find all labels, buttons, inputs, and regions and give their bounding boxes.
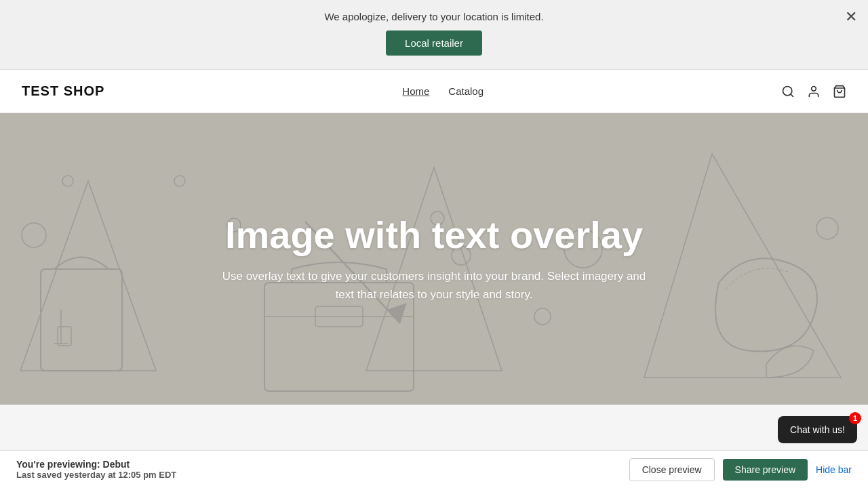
shop-logo: TEST SHOP	[22, 83, 104, 99]
close-preview-button[interactable]: Close preview	[629, 458, 715, 481]
svg-rect-4	[41, 269, 122, 371]
svg-point-9	[22, 223, 46, 247]
cart-button[interactable]	[833, 85, 846, 98]
chat-widget[interactable]: Chat with us! 1	[778, 416, 857, 443]
main-nav: Home Catalog	[402, 85, 484, 98]
chat-label: Chat with us!	[790, 424, 845, 435]
hide-bar-button[interactable]: Hide bar	[816, 464, 852, 475]
nav-item-home[interactable]: Home	[402, 85, 429, 98]
preview-info: You're previewing: Debut Last saved yest…	[16, 459, 629, 480]
search-button[interactable]	[781, 85, 795, 98]
cart-icon	[833, 85, 846, 98]
site-header: TEST SHOP Home Catalog	[0, 70, 868, 113]
announcement-text: We apologize, delivery to your location …	[14, 11, 854, 22]
chat-badge: 1	[849, 412, 861, 424]
user-button[interactable]	[807, 85, 821, 98]
user-icon	[807, 85, 821, 98]
svg-point-11	[174, 176, 185, 186]
header-icon-group	[781, 85, 846, 98]
svg-line-1	[791, 94, 793, 96]
svg-rect-7	[58, 327, 71, 346]
svg-point-24	[534, 308, 551, 325]
hero-section: Image with text overlay Use overlay text…	[0, 113, 868, 405]
preview-actions: Close preview Share preview Hide bar	[629, 458, 852, 481]
hero-title: Image with text overlay	[217, 214, 651, 256]
announcement-bar: We apologize, delivery to your location …	[0, 0, 868, 70]
theme-name: Debut	[103, 459, 130, 470]
nav-link-home[interactable]: Home	[402, 85, 429, 97]
hero-content: Image with text overlay Use overlay text…	[203, 214, 665, 304]
svg-point-10	[62, 176, 73, 186]
search-icon	[781, 85, 795, 98]
hero-subtitle: Use overlay text to give your customers …	[217, 267, 651, 304]
nav-item-catalog[interactable]: Catalog	[448, 85, 484, 98]
last-saved-text: Last saved yesterday at 12:05 pm EDT	[16, 470, 629, 480]
previewing-label: You're previewing: Debut	[16, 459, 130, 470]
share-preview-button[interactable]: Share preview	[723, 459, 808, 481]
preview-bar: You're previewing: Debut Last saved yest…	[0, 450, 868, 488]
svg-marker-21	[644, 154, 841, 378]
svg-point-2	[812, 86, 816, 91]
local-retailer-button[interactable]: Local retailer	[386, 30, 482, 56]
svg-point-22	[816, 218, 838, 239]
close-announcement-button[interactable]: ✕	[845, 9, 857, 24]
nav-link-catalog[interactable]: Catalog	[448, 85, 484, 97]
